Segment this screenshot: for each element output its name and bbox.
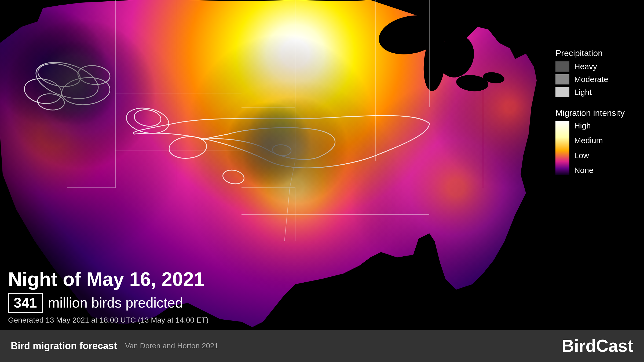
- bottom-left: Bird migration forecast Van Doren and Ho…: [11, 340, 218, 352]
- bottom-attribution: Van Doren and Horton 2021: [125, 342, 218, 350]
- moderate-swatch: [555, 74, 569, 84]
- night-date: Night of May 16, 2021: [8, 268, 208, 290]
- heavy-swatch: [555, 61, 569, 72]
- migration-gradient-labels: High Medium Low None: [574, 121, 603, 175]
- moderate-label: Moderate: [574, 75, 608, 84]
- count-badge: 341: [8, 293, 43, 313]
- precipitation-moderate: Moderate: [555, 74, 639, 84]
- heavy-label: Heavy: [574, 62, 597, 71]
- birds-count-row: 341 million birds predicted: [8, 293, 208, 313]
- precipitation-legend-title: Precipitation: [555, 48, 639, 58]
- precipitation-light: Light: [555, 87, 639, 97]
- svg-rect-0: [555, 121, 569, 175]
- bottom-title: Bird migration forecast: [11, 340, 117, 352]
- legend-panel: Precipitation Heavy Moderate Light Migra…: [555, 48, 639, 176]
- generated-text: Generated 13 May 2021 at 18:00 UTC (13 M…: [8, 316, 208, 324]
- precipitation-heavy: Heavy: [555, 61, 639, 72]
- light-swatch: [555, 87, 569, 97]
- birdcast-logo: BirdCast: [562, 336, 633, 356]
- medium-label: Medium: [574, 136, 603, 145]
- migration-gradient: High Medium Low None: [555, 121, 639, 175]
- low-label: Low: [574, 151, 603, 160]
- bottom-bar: Bird migration forecast Van Doren and Ho…: [0, 330, 644, 362]
- high-label: High: [574, 121, 603, 130]
- light-label: Light: [574, 88, 592, 97]
- birds-label: million birds predicted: [48, 295, 183, 311]
- overlay-text: Night of May 16, 2021 341 million birds …: [8, 268, 208, 324]
- migration-gradient-bar: [555, 121, 569, 175]
- migration-legend-title: Migration intensity: [555, 108, 639, 118]
- none-label: None: [574, 166, 603, 175]
